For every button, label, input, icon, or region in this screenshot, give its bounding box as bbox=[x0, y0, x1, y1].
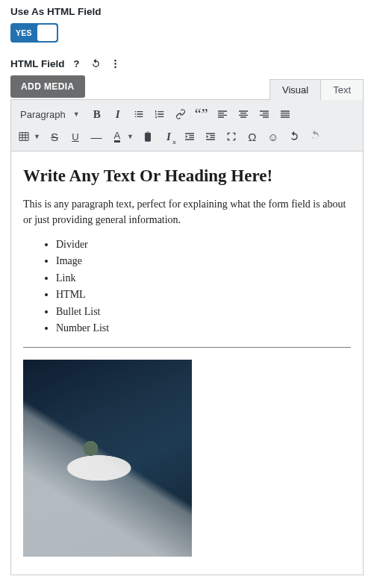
outdent-button[interactable] bbox=[180, 127, 199, 146]
paste-text-button[interactable] bbox=[138, 127, 158, 146]
bold-button[interactable]: B bbox=[87, 104, 107, 124]
tab-text[interactable]: Text bbox=[321, 79, 364, 100]
table-button[interactable] bbox=[14, 127, 34, 146]
help-icon[interactable]: ? bbox=[71, 57, 83, 69]
list-item: Divider bbox=[56, 237, 351, 253]
list-item: Number List bbox=[56, 320, 351, 337]
blockquote-button[interactable]: “” bbox=[192, 104, 211, 124]
list-item: Bullet List bbox=[56, 304, 351, 320]
content-list: Divider Image Link HTML Bullet List Numb… bbox=[23, 237, 351, 337]
format-dropdown[interactable]: Paragraph ▼ bbox=[14, 107, 86, 122]
svg-point-1 bbox=[114, 63, 116, 65]
toggle-yes-text: YES bbox=[10, 28, 32, 37]
clear-formatting-button[interactable]: Ix bbox=[159, 127, 178, 146]
align-right-button[interactable] bbox=[255, 104, 274, 124]
content-image bbox=[23, 360, 192, 557]
list-item: HTML bbox=[56, 287, 351, 303]
undo-button[interactable] bbox=[284, 127, 304, 146]
list-item: Image bbox=[56, 253, 351, 269]
align-center-button[interactable] bbox=[234, 104, 253, 124]
list-item: Link bbox=[56, 270, 351, 287]
align-left-button[interactable] bbox=[213, 104, 232, 124]
underline-button[interactable]: U bbox=[66, 127, 85, 146]
format-dropdown-label: Paragraph bbox=[20, 109, 66, 120]
horizontal-rule-button[interactable]: — bbox=[87, 127, 106, 146]
add-media-button[interactable]: ADD MEDIA bbox=[10, 75, 85, 98]
align-justify-button[interactable] bbox=[275, 104, 295, 124]
redo-button[interactable] bbox=[305, 127, 325, 146]
more-icon[interactable] bbox=[110, 57, 122, 69]
strikethrough-button[interactable]: S bbox=[45, 127, 64, 146]
toggle-knob bbox=[37, 25, 57, 41]
editor-content[interactable]: Write Any Text Or Heading Here! This is … bbox=[10, 151, 364, 575]
chevron-down-icon: ▼ bbox=[73, 110, 80, 118]
svg-point-2 bbox=[114, 66, 116, 68]
content-paragraph: This is any paragraph text, perfect for … bbox=[23, 196, 351, 228]
special-char-button[interactable]: Ω bbox=[243, 127, 262, 146]
text-color-dropdown-icon[interactable]: ▼ bbox=[127, 133, 134, 140]
indent-button[interactable] bbox=[201, 127, 220, 146]
content-divider bbox=[23, 347, 351, 348]
numbered-list-button[interactable] bbox=[150, 104, 169, 124]
reset-icon[interactable] bbox=[90, 57, 102, 69]
table-dropdown-icon[interactable]: ▼ bbox=[34, 133, 40, 140]
editor-toolbar: Paragraph ▼ B I “” ▼ S bbox=[10, 99, 364, 151]
link-button[interactable] bbox=[171, 104, 190, 124]
bullet-list-button[interactable] bbox=[129, 104, 149, 124]
tab-visual[interactable]: Visual bbox=[269, 79, 321, 100]
html-field-label: HTML Field bbox=[10, 58, 65, 69]
italic-button[interactable]: I bbox=[108, 104, 128, 124]
use-as-html-label: Use As HTML Field bbox=[10, 6, 364, 17]
text-color-button[interactable]: A bbox=[107, 127, 127, 146]
svg-point-0 bbox=[114, 59, 116, 61]
emoji-button[interactable]: ☺ bbox=[264, 127, 283, 146]
use-as-html-toggle[interactable]: YES bbox=[10, 23, 58, 43]
content-heading: Write Any Text Or Heading Here! bbox=[23, 166, 351, 186]
fullscreen-button[interactable] bbox=[222, 127, 241, 146]
